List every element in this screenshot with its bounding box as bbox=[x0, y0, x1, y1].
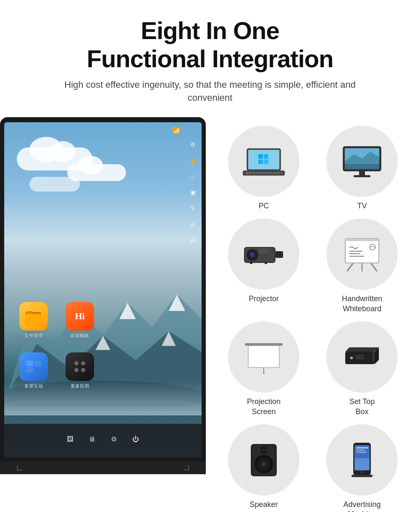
tv-label: TV bbox=[357, 201, 367, 211]
main-content: 📶 ⚙ ☝ ⌂ ▣ ✎ ◎ ☰ bbox=[0, 117, 420, 512]
side-icons-panel: ⚙ ☝ ⌂ ▣ ✎ ◎ ☰ bbox=[187, 139, 198, 246]
screen-topbar: 📶 bbox=[4, 122, 202, 137]
svg-rect-35 bbox=[262, 172, 265, 174]
speaker-label: Speaker bbox=[249, 500, 278, 509]
menu-icon[interactable]: ☰ bbox=[187, 235, 198, 246]
welcome-icon: Hi bbox=[66, 302, 94, 331]
audio-icon[interactable]: ◎ bbox=[187, 219, 198, 230]
home-icon[interactable]: ⌂ bbox=[187, 171, 198, 182]
device-screen: 📶 ⚙ ☝ ⌂ ▣ ✎ ◎ ☰ bbox=[4, 122, 202, 457]
features-grid: PC TV bbox=[206, 117, 416, 512]
taskbar-monitor-icon[interactable]: 🖥 bbox=[85, 433, 99, 446]
main-title: Eight In One Functional Integration bbox=[42, 17, 378, 73]
app-multiscreen-label: 多屏互动 bbox=[24, 383, 43, 389]
svg-point-17 bbox=[74, 361, 79, 365]
svg-point-90 bbox=[263, 463, 265, 465]
pc-circle bbox=[228, 126, 299, 197]
projector-circle bbox=[228, 218, 299, 290]
svg-rect-26 bbox=[258, 160, 263, 164]
whiteboard-label: HandwrittenWhiteboard bbox=[342, 294, 382, 314]
svg-line-61 bbox=[347, 263, 354, 271]
svg-rect-36 bbox=[266, 172, 268, 174]
svg-rect-38 bbox=[273, 172, 275, 174]
window-icon[interactable]: ▣ bbox=[187, 187, 198, 198]
svg-line-62 bbox=[370, 263, 377, 271]
taskbar-image-icon[interactable]: 🖼 bbox=[63, 433, 77, 446]
more-apps-icon bbox=[66, 352, 94, 381]
app-grid: 文件管理 Hi 欢迎模板 多屏互动 bbox=[13, 302, 101, 399]
svg-point-91 bbox=[261, 449, 262, 451]
svg-rect-78 bbox=[356, 355, 364, 356]
svg-rect-24 bbox=[258, 154, 263, 159]
svg-point-20 bbox=[81, 368, 85, 372]
svg-rect-74 bbox=[373, 354, 375, 356]
svg-rect-37 bbox=[269, 172, 272, 174]
subtitle-text: High cost effective ingenuity, so that t… bbox=[42, 79, 378, 105]
settopbox-label: Set TopBox bbox=[349, 397, 375, 417]
svg-point-19 bbox=[74, 368, 79, 372]
svg-rect-67 bbox=[245, 343, 283, 346]
device-mockup: 📶 ⚙ ☝ ⌂ ▣ ✎ ◎ ☰ bbox=[0, 117, 206, 474]
taskbar-power-icon[interactable]: ⏻ bbox=[129, 433, 142, 446]
settings-icon[interactable]: ⚙ bbox=[187, 139, 198, 150]
svg-rect-53 bbox=[260, 249, 261, 254]
whiteboard-circle bbox=[326, 218, 398, 290]
corner-right bbox=[184, 465, 189, 470]
screen-circle bbox=[228, 321, 299, 393]
svg-rect-71 bbox=[345, 352, 375, 364]
app-more-label: 更多应用 bbox=[71, 383, 89, 389]
svg-point-77 bbox=[350, 357, 353, 359]
svg-rect-14 bbox=[34, 361, 41, 366]
item-projector: Projector bbox=[218, 218, 309, 314]
svg-rect-56 bbox=[267, 249, 268, 254]
screen-label: ProjectionScreen bbox=[247, 397, 281, 417]
item-whiteboard: HandwrittenWhiteboard bbox=[317, 218, 407, 314]
item-screen: ProjectionScreen bbox=[218, 321, 309, 417]
wifi-icon: 📶 bbox=[172, 126, 181, 134]
tv-circle bbox=[326, 126, 398, 197]
svg-rect-65 bbox=[345, 239, 379, 241]
speaker-circle bbox=[228, 424, 299, 496]
item-advertising: AdvertisingMachine bbox=[317, 424, 407, 512]
pc-label: PC bbox=[258, 201, 269, 211]
device-frame: 📶 ⚙ ☝ ⌂ ▣ ✎ ◎ ☰ bbox=[0, 117, 206, 462]
app-multiscreen[interactable]: 多屏互动 bbox=[13, 352, 55, 399]
device-bottom-bar bbox=[0, 462, 206, 474]
edit-icon[interactable]: ✎ bbox=[187, 203, 198, 214]
svg-rect-15 bbox=[26, 367, 33, 373]
app-welcome-label: 欢迎模板 bbox=[71, 333, 89, 339]
svg-rect-16 bbox=[34, 367, 41, 373]
svg-rect-75 bbox=[373, 357, 375, 358]
item-pc: PC bbox=[218, 126, 309, 211]
svg-rect-34 bbox=[259, 172, 262, 174]
app-more[interactable]: 更多应用 bbox=[59, 352, 101, 399]
projector-label: Projector bbox=[249, 294, 279, 304]
taskbar-settings-icon[interactable]: ⚙ bbox=[107, 433, 121, 446]
svg-rect-25 bbox=[264, 154, 268, 159]
advertising-circle bbox=[326, 424, 398, 496]
svg-rect-80 bbox=[356, 358, 364, 359]
svg-point-85 bbox=[262, 449, 265, 452]
item-settopbox: Set TopBox bbox=[317, 321, 407, 417]
svg-rect-55 bbox=[265, 249, 266, 254]
app-file-manager[interactable]: 文件管理 bbox=[13, 302, 55, 348]
advertising-label: AdvertisingMachine bbox=[343, 500, 381, 512]
svg-point-60 bbox=[250, 253, 255, 257]
svg-rect-79 bbox=[356, 357, 364, 357]
svg-rect-13 bbox=[26, 361, 33, 366]
bottom-taskbar: 🖼 🖥 ⚙ ⏻ bbox=[4, 424, 202, 457]
svg-rect-99 bbox=[356, 452, 367, 453]
app-welcome[interactable]: Hi 欢迎模板 bbox=[59, 302, 101, 348]
corner-left bbox=[17, 465, 22, 470]
item-speaker: Speaker bbox=[218, 424, 309, 512]
svg-rect-32 bbox=[252, 172, 255, 174]
settopbox-circle bbox=[326, 321, 398, 393]
gesture-icon[interactable]: ☝ bbox=[187, 155, 198, 166]
svg-rect-98 bbox=[356, 449, 365, 451]
svg-point-92 bbox=[266, 449, 267, 451]
header-section: Eight In One Functional Integration High… bbox=[0, 0, 420, 117]
item-tv: TV bbox=[317, 126, 407, 211]
file-manager-icon bbox=[19, 302, 48, 331]
svg-rect-97 bbox=[356, 447, 368, 449]
svg-rect-45 bbox=[359, 171, 365, 175]
